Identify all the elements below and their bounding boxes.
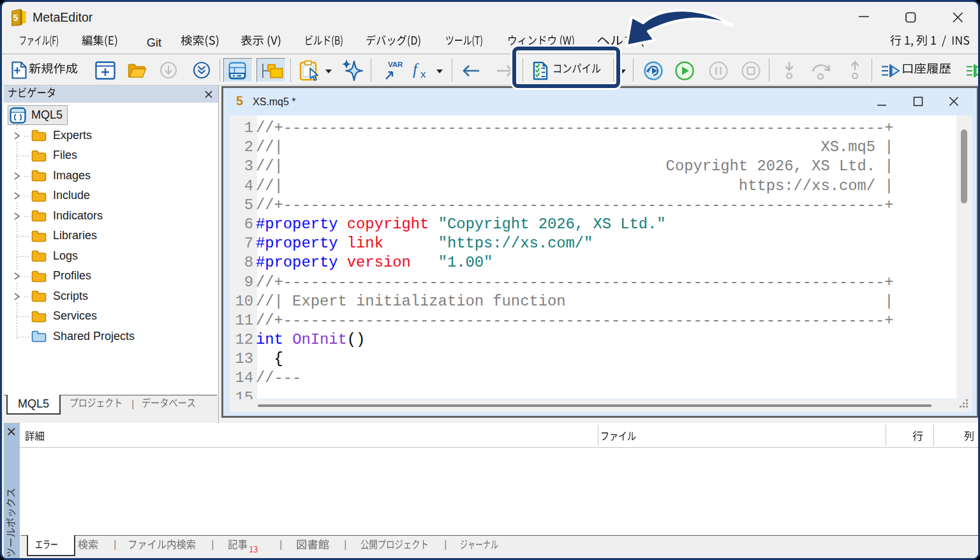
svg-text:f: f bbox=[413, 61, 419, 78]
svg-text:x: x bbox=[420, 68, 426, 80]
svg-text:5: 5 bbox=[13, 12, 19, 23]
svg-text:VAR: VAR bbox=[388, 61, 403, 68]
